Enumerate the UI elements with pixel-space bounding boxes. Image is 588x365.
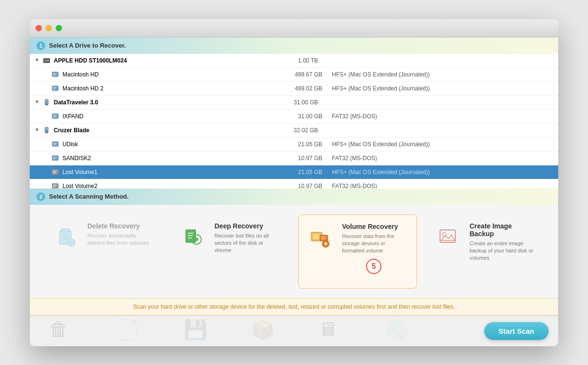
drive-name-ixpand: IXPAND (62, 113, 284, 120)
drive-arrow-hdd1[interactable]: ▼ (35, 57, 41, 64)
scan-text-delete_recovery: Delete RecoveryRecover accidentally dele… (87, 222, 154, 247)
drive-icon-lost1: ? (51, 168, 60, 176)
scan-desc-create_image: Create an entire image backup of your ha… (470, 240, 537, 262)
scan-icon-create_image (434, 222, 463, 251)
drive-row-lost2[interactable]: ?Lost Volume210.97 GBFAT32 (MS-DOS) (30, 179, 558, 189)
svg-rect-25 (53, 171, 57, 172)
drive-name-mac_hd: Macintosh HD (62, 71, 284, 78)
svg-rect-7 (53, 87, 57, 88)
svg-rect-29 (53, 185, 57, 186)
drive-name-lost2: Lost Volume2 (62, 183, 284, 189)
scan-desc-deep_recovery: Recover lost files on all sectors of the… (215, 232, 282, 254)
drive-fs-ixpand: FAT32 (MS-DOS) (332, 113, 553, 120)
step1-title: Select A Drive to Recover. (49, 42, 126, 49)
deco-icon-4: 📦 (251, 318, 275, 341)
drive-icon-mac_hd (51, 70, 60, 79)
svg-point-44 (195, 238, 198, 241)
drive-size-hdd1: 1.00 TB (280, 57, 328, 64)
drive-size-udisk: 21.05 GB (284, 141, 332, 148)
svg-rect-48 (321, 236, 326, 239)
deco-icon-1: 🗑 (49, 318, 68, 340)
svg-rect-5 (53, 75, 56, 76)
drive-row-mac_hd[interactable]: Macintosh HD499.67 GBHFS+ (Mac OS Extend… (30, 68, 558, 82)
minimize-button[interactable] (46, 25, 52, 31)
drive-size-mac_hd: 499.67 GB (284, 71, 332, 78)
svg-rect-20 (53, 144, 56, 145)
svg-rect-14 (53, 116, 56, 117)
svg-rect-13 (53, 115, 57, 116)
drive-row-lost1[interactable]: ?Lost Volume121.05 GBHFS+ (Mac OS Extend… (30, 165, 558, 179)
drive-row-udisk[interactable]: UDisk21.05 GBHFS+ (Mac OS Extended (Jour… (30, 138, 558, 151)
drive-size-ixpand: 31.00 GB (284, 113, 332, 120)
drive-name-hdd1: APPLE HDD ST1000LM024 (54, 57, 280, 64)
app-window: 1 Select A Drive to Recover. ▼APPLE HDD … (30, 19, 558, 346)
scan-section: Delete RecoveryRecover accidentally dele… (30, 205, 558, 346)
drive-name-mac_hd2: Macintosh HD 2 (62, 85, 284, 92)
drive-icon-mac_hd2 (51, 84, 60, 93)
scan-badge-volume_recovery: 5 (366, 259, 381, 274)
drive-icon-lost2: ? (51, 182, 60, 189)
drive-name-lost1: Lost Volume1 (62, 169, 284, 176)
svg-rect-16 (46, 128, 48, 129)
scan-desc-delete_recovery: Recover accidentally deleted files from … (87, 232, 154, 247)
deco-icon-5: 🖥 (318, 318, 337, 340)
svg-rect-8 (53, 88, 56, 89)
svg-rect-30 (53, 186, 56, 187)
svg-rect-33 (61, 229, 69, 232)
drive-fs-udisk: HFS+ (Mac OS Extended (Journaled)) (332, 141, 553, 148)
scan-text-volume_recovery: Volume RecoveryRecover data from the sto… (342, 223, 409, 274)
svg-text:?: ? (57, 172, 59, 176)
step2-title: Select A Scanning Method. (49, 193, 129, 200)
start-scan-button[interactable]: Start Scan (484, 322, 549, 340)
drive-row-mac_hd2[interactable]: Macintosh HD 2499.02 GBHFS+ (Mac OS Exte… (30, 82, 558, 96)
main-content: 1 Select A Drive to Recover. ▼APPLE HDD … (30, 38, 558, 346)
svg-rect-21 (52, 155, 59, 161)
svg-rect-12 (52, 113, 59, 119)
scan-icon-deep_recovery (179, 222, 208, 251)
drive-row-hdd1[interactable]: ▼APPLE HDD ST1000LM0241.00 TB (30, 54, 558, 68)
svg-rect-10 (46, 100, 48, 101)
drive-list: ▼APPLE HDD ST1000LM0241.00 TBMacintosh H… (30, 54, 558, 189)
drive-size-sandisk2: 10.97 GB (284, 155, 332, 162)
scan-method-deep_recovery[interactable]: Deep RecoveryRecover lost files on all s… (172, 214, 289, 289)
svg-rect-46 (313, 234, 320, 239)
drive-icon-sandisk2 (51, 154, 60, 163)
scan-method-delete_recovery[interactable]: Delete RecoveryRecover accidentally dele… (44, 214, 162, 289)
drive-name-udisk: UDisk (62, 141, 284, 148)
svg-point-2 (48, 60, 49, 61)
scan-title-delete_recovery: Delete Recovery (87, 222, 154, 230)
drive-icon-udisk (51, 140, 60, 149)
drive-size-mac_hd2: 499.02 GB (284, 85, 332, 92)
step1-header: 1 Select A Drive to Recover. (30, 38, 558, 54)
scan-text-create_image: Create Image BackupCreate an entire imag… (470, 222, 537, 262)
drive-name-sandisk2: SANDISK2 (62, 155, 284, 162)
svg-rect-3 (52, 72, 59, 77)
drive-fs-lost1: HFS+ (Mac OS Extended (Journaled)) (332, 169, 553, 176)
drive-name-cruzer: Cruzer Blade (54, 127, 280, 134)
svg-rect-17 (45, 132, 48, 133)
bottom-decorations: 🗑 📄 💾 📦 🖥 💿 (30, 316, 558, 346)
drive-size-lost1: 21.05 GB (284, 169, 332, 176)
drive-size-dt30: 31.00 GB (280, 99, 328, 106)
svg-rect-4 (53, 73, 57, 74)
drive-row-dt30[interactable]: ▼DataTraveler 3.031.00 GB (30, 96, 558, 110)
traffic-lights (36, 25, 62, 31)
maximize-button[interactable] (56, 25, 62, 31)
scan-title-deep_recovery: Deep Recovery (215, 222, 282, 230)
svg-rect-26 (53, 172, 56, 173)
drive-icon-cruzer (42, 126, 51, 135)
svg-rect-6 (52, 86, 59, 91)
scan-method-create_image[interactable]: Create Image BackupCreate an entire imag… (427, 214, 544, 289)
drive-row-sandisk2[interactable]: SANDISK210.97 GBFAT32 (MS-DOS) (30, 151, 558, 165)
scan-title-volume_recovery: Volume Recovery (342, 223, 409, 230)
drive-fs-mac_hd2: HFS+ (Mac OS Extended (Journaled)) (332, 85, 553, 92)
step2-header: 2 Select A Scanning Method. (30, 189, 558, 205)
scan-method-volume_recovery[interactable]: Volume RecoveryRecover data from the sto… (298, 214, 417, 289)
close-button[interactable] (36, 25, 42, 31)
drive-row-ixpand[interactable]: IXPAND31.00 GBFAT32 (MS-DOS) (30, 110, 558, 124)
drive-arrow-cruzer[interactable]: ▼ (35, 127, 41, 134)
drive-row-cruzer[interactable]: ▼Cruzer Blade32.02 GB (30, 124, 558, 138)
svg-rect-1 (44, 60, 48, 62)
drive-arrow-dt30[interactable]: ▼ (35, 99, 41, 106)
svg-rect-23 (53, 158, 56, 159)
